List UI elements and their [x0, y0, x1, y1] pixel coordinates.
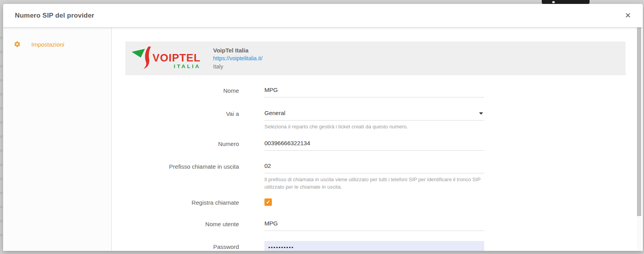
form-row-numero: Numero 00396666322134	[125, 140, 484, 151]
field-label: Nome	[125, 86, 239, 97]
field-label: Numero	[125, 140, 239, 151]
dialog-title: Numero SIP del provider	[15, 12, 94, 20]
sip-provider-dialog: Numero SIP del provider ✕ Impostazioni V…	[3, 4, 643, 251]
vai-a-select[interactable]: General	[264, 110, 484, 121]
settings-panel: VOIPTEL ITALIA VoipTel Italia https://vo…	[112, 27, 643, 251]
chevron-down-icon	[479, 112, 483, 115]
gear-icon	[14, 41, 21, 48]
field-label: Nome utente	[125, 220, 239, 231]
vai-a-helper-text: Seleziona il reparto che gestirà i ticke…	[264, 123, 484, 130]
provider-info: VoipTel Italia https://voiptelitalia.it/…	[213, 46, 262, 71]
nome-utente-input[interactable]: MPG	[264, 220, 484, 231]
field-label: Vai a	[125, 110, 239, 130]
sidebar-item-impostazioni[interactable]: Impostazioni	[3, 37, 111, 52]
form-row-vai-a: Vai a General Seleziona il reparto che g…	[125, 110, 484, 130]
nome-input[interactable]: MPG	[264, 86, 484, 97]
form-row-nome: Nome MPG	[125, 86, 484, 97]
background-page-edge	[0, 25, 2, 244]
field-label: Password	[125, 241, 239, 251]
dialog-header: Numero SIP del provider ✕	[3, 4, 643, 27]
close-icon[interactable]: ✕	[623, 10, 633, 21]
prefisso-input[interactable]: 02	[264, 162, 484, 173]
svg-text:VOIPTEL: VOIPTEL	[152, 52, 201, 64]
form-row-registra-chiamate: Registra chiamate ✓	[125, 198, 484, 206]
password-input[interactable]: ••••••••••	[264, 241, 484, 251]
provider-card: VOIPTEL ITALIA VoipTel Italia https://vo…	[125, 41, 626, 75]
dialog-body: Impostazioni VOIPTEL ITALIA VoipTel Ital…	[3, 27, 643, 251]
provider-name: VoipTel Italia	[213, 46, 262, 54]
sip-settings-form: Nome MPG Vai a General Seleziona il repa…	[125, 86, 484, 251]
provider-country: Italy	[213, 63, 262, 71]
vai-a-selected-value: General	[264, 110, 285, 116]
prefisso-helper-text: Il prefisso di chiamata in uscita viene …	[264, 176, 484, 191]
provider-url-link[interactable]: https://voiptelitalia.it/	[213, 54, 262, 63]
form-row-prefisso: Prefisso chiamate in uscita 02 Il prefis…	[125, 162, 484, 191]
tooltip-text-fragment	[552, 1, 555, 3]
field-label: Registra chiamate	[125, 198, 239, 206]
sidebar-item-label: Impostazioni	[31, 41, 64, 48]
voiptel-logo: VOIPTEL ITALIA	[130, 46, 207, 70]
svg-text:ITALIA: ITALIA	[174, 63, 201, 69]
registra-chiamate-checkbox[interactable]: ✓	[264, 198, 272, 206]
form-row-password: Password ••••••••••	[125, 241, 484, 251]
numero-input[interactable]: 00396666322134	[264, 140, 484, 151]
field-label: Prefisso chiamate in uscita	[125, 162, 239, 191]
vertical-scrollbar[interactable]	[637, 27, 641, 251]
settings-sidebar: Impostazioni	[3, 27, 112, 251]
scrollbar-thumb[interactable]	[637, 27, 641, 216]
checkmark-icon: ✓	[266, 200, 270, 205]
form-row-nome-utente: Nome utente MPG	[125, 220, 484, 231]
